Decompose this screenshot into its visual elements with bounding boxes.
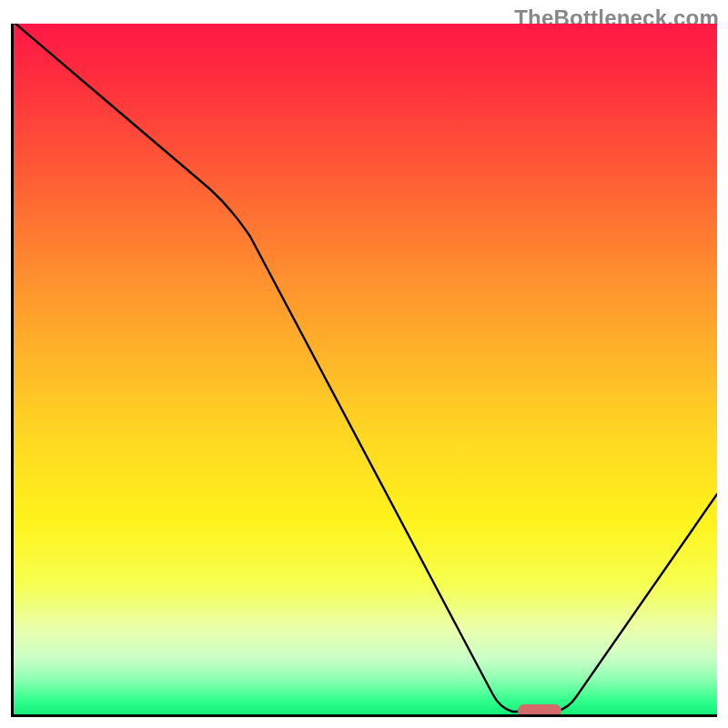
background-gradient: [14, 24, 717, 714]
plot-area: [11, 24, 717, 717]
chart-frame: TheBottleneck.com: [0, 0, 728, 728]
